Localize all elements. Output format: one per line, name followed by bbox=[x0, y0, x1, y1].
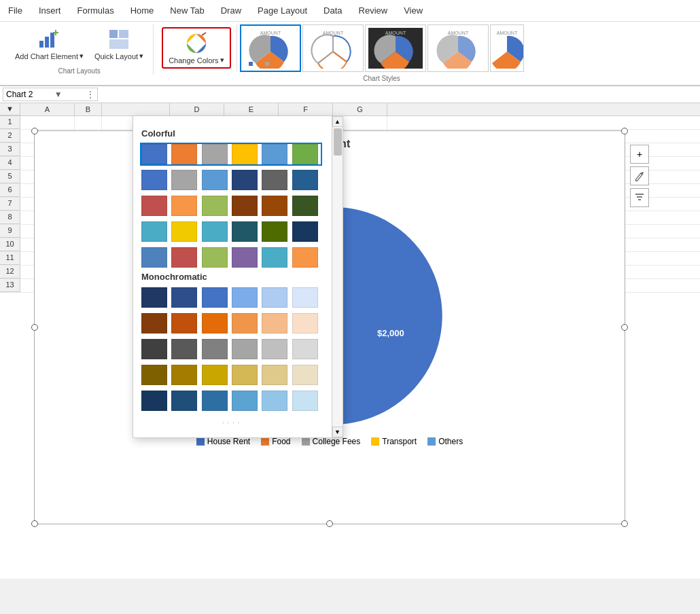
row-header-7[interactable]: 7 bbox=[0, 198, 20, 211]
mono-swatch-3-4[interactable] bbox=[232, 339, 258, 359]
colorful-swatch-5-5[interactable] bbox=[262, 247, 287, 268]
colorful-swatch-2-6[interactable] bbox=[292, 170, 318, 190]
menu-draw[interactable]: Draw bbox=[213, 3, 249, 18]
mono-swatch-3-6[interactable] bbox=[292, 339, 318, 359]
cell-1-B[interactable] bbox=[75, 116, 102, 129]
mono-swatch-4-4[interactable] bbox=[232, 365, 258, 385]
colorful-swatch-4-4[interactable] bbox=[232, 221, 258, 242]
dropdown-scrollbar[interactable]: ▲ ▼ bbox=[332, 116, 343, 437]
name-box-more-icon[interactable]: ⋮ bbox=[86, 90, 94, 99]
menu-pagelayout[interactable]: Page Layout bbox=[249, 3, 315, 18]
resize-handle-bm[interactable] bbox=[326, 520, 333, 527]
mono-swatch-3-3[interactable] bbox=[202, 339, 228, 359]
mono-swatch-2-5[interactable] bbox=[262, 313, 287, 333]
colorful-row-4[interactable] bbox=[141, 221, 321, 242]
name-box[interactable]: Chart 2 ▼ ⋮ bbox=[3, 88, 98, 101]
mono-swatch-5-3[interactable] bbox=[202, 391, 228, 411]
resize-handle-tl[interactable] bbox=[31, 128, 38, 134]
resize-handle-tr[interactable] bbox=[621, 128, 628, 134]
mono-row-3[interactable] bbox=[141, 339, 321, 359]
row-header-11[interactable]: 11 bbox=[0, 252, 20, 265]
menu-insert[interactable]: Insert bbox=[31, 3, 69, 18]
change-colors-button[interactable]: Change Colors ▾ bbox=[162, 27, 230, 69]
colorful-swatch-4-6[interactable] bbox=[292, 221, 318, 242]
mono-swatch-1-4[interactable] bbox=[232, 287, 258, 308]
colorful-row-5[interactable] bbox=[141, 247, 321, 268]
row-header-4[interactable]: 4 bbox=[0, 157, 20, 170]
colorful-swatch-2-5[interactable] bbox=[262, 170, 287, 190]
row-header-2[interactable]: 2 bbox=[0, 130, 20, 143]
cell-1-A[interactable] bbox=[20, 116, 75, 129]
colorful-swatch-5-2[interactable] bbox=[171, 247, 197, 268]
mono-swatch-1-6[interactable] bbox=[292, 287, 318, 308]
resize-handle-mr[interactable] bbox=[621, 324, 628, 331]
menu-newtab[interactable]: New Tab bbox=[162, 3, 212, 18]
colorful-swatch-4-2[interactable] bbox=[171, 221, 197, 242]
colorful-swatch-1-2[interactable] bbox=[171, 144, 197, 164]
row-header-9[interactable]: 9 bbox=[0, 225, 20, 238]
colorful-swatch-3-4[interactable] bbox=[232, 196, 258, 216]
row-header-1[interactable]: 1 bbox=[0, 116, 20, 129]
scroll-up-arrow[interactable]: ▲ bbox=[332, 116, 343, 127]
menu-formulas[interactable]: Formulas bbox=[69, 3, 122, 18]
colorful-swatch-3-6[interactable] bbox=[292, 196, 318, 216]
colorful-swatch-4-3[interactable] bbox=[202, 221, 228, 242]
colorful-swatch-1-3[interactable] bbox=[202, 144, 228, 164]
row-header-6[interactable]: 6 bbox=[0, 184, 20, 197]
mono-swatch-1-3[interactable] bbox=[202, 287, 228, 308]
mono-swatch-5-1[interactable] bbox=[141, 391, 167, 411]
mono-swatch-4-1[interactable] bbox=[141, 365, 167, 385]
mono-row-1[interactable] bbox=[141, 287, 321, 308]
colorful-swatch-1-5[interactable] bbox=[262, 144, 287, 164]
colorful-swatch-2-4[interactable] bbox=[232, 170, 258, 190]
colorful-swatch-1-6[interactable] bbox=[292, 144, 318, 164]
colorful-swatch-4-5[interactable] bbox=[262, 221, 287, 242]
name-box-dropdown-icon[interactable]: ▼ bbox=[54, 90, 63, 99]
colorful-row-1[interactable] bbox=[141, 144, 321, 164]
menu-data[interactable]: Data bbox=[315, 3, 350, 18]
colorful-swatch-3-3[interactable] bbox=[202, 196, 228, 216]
colorful-swatch-2-2[interactable] bbox=[171, 170, 197, 190]
mono-row-4[interactable] bbox=[141, 365, 321, 385]
chart-style-thumb-5[interactable]: AMOUNT bbox=[490, 24, 524, 72]
chart-style-thumb-2[interactable]: AMOUNT bbox=[302, 24, 364, 72]
row-header-13[interactable]: 13 bbox=[0, 279, 20, 292]
quick-layout-button[interactable]: Quick Layout ▾ bbox=[90, 24, 147, 63]
mono-swatch-1-1[interactable] bbox=[141, 287, 167, 308]
chart-style-thumb-1[interactable]: AMOUNT bbox=[240, 24, 301, 72]
colorful-row-2[interactable] bbox=[141, 170, 321, 190]
mono-swatch-4-2[interactable] bbox=[171, 365, 197, 385]
colorful-swatch-2-1[interactable] bbox=[141, 170, 167, 190]
row-header-3[interactable]: 3 bbox=[0, 143, 20, 156]
scroll-thumb[interactable] bbox=[334, 128, 342, 156]
mono-swatch-3-2[interactable] bbox=[171, 339, 197, 359]
mono-swatch-2-6[interactable] bbox=[292, 313, 318, 333]
mono-swatch-2-1[interactable] bbox=[141, 313, 167, 333]
mono-swatch-5-5[interactable] bbox=[262, 391, 287, 411]
mono-swatch-3-5[interactable] bbox=[262, 339, 287, 359]
chart-style-thumb-4[interactable]: AMOUNT bbox=[427, 24, 489, 72]
colorful-row-3[interactable] bbox=[141, 196, 321, 216]
mono-swatch-5-2[interactable] bbox=[171, 391, 197, 411]
mono-swatch-4-3[interactable] bbox=[202, 365, 228, 385]
menu-review[interactable]: Review bbox=[351, 3, 396, 18]
colorful-swatch-2-3[interactable] bbox=[202, 170, 228, 190]
resize-handle-bl[interactable] bbox=[31, 520, 38, 527]
mono-swatch-1-2[interactable] bbox=[171, 287, 197, 308]
mono-row-2[interactable] bbox=[141, 313, 321, 333]
mono-swatch-2-4[interactable] bbox=[232, 313, 258, 333]
add-chart-element-button[interactable]: Add Chart Element ▾ bbox=[11, 24, 88, 63]
style-button[interactable] bbox=[630, 166, 649, 185]
colorful-swatch-1-4[interactable] bbox=[232, 144, 258, 164]
mono-swatch-4-5[interactable] bbox=[262, 365, 287, 385]
resize-handle-ml[interactable] bbox=[31, 324, 38, 331]
colorful-swatch-4-1[interactable] bbox=[141, 221, 167, 242]
chart-style-thumb-3[interactable]: AMOUNT bbox=[365, 24, 426, 72]
colorful-swatch-3-1[interactable] bbox=[141, 196, 167, 216]
add-element-button[interactable]: + bbox=[630, 145, 649, 164]
resize-handle-br[interactable] bbox=[621, 520, 628, 527]
colorful-swatch-3-2[interactable] bbox=[171, 196, 197, 216]
mono-swatch-4-6[interactable] bbox=[292, 365, 318, 385]
filter-button[interactable] bbox=[630, 188, 649, 207]
mono-swatch-5-6[interactable] bbox=[292, 391, 318, 411]
